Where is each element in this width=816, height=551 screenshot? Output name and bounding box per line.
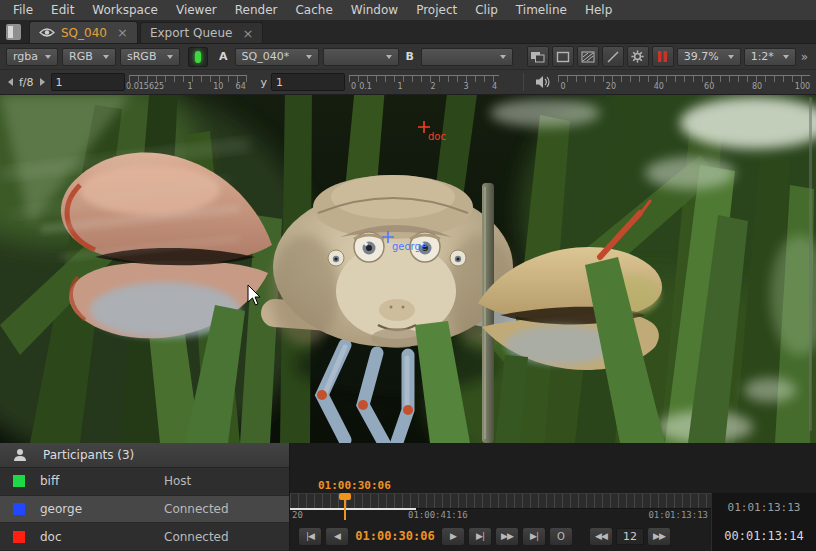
marker-label: george [392, 241, 427, 252]
participants-title: Participants (3) [43, 448, 134, 462]
playback-mode-button[interactable]: O [549, 527, 573, 546]
volume-tick-label: 80 [752, 82, 762, 91]
menu-render[interactable]: Render [226, 1, 287, 19]
play-backward-button[interactable]: ◀ [325, 527, 349, 546]
input-process-icon[interactable] [527, 46, 549, 67]
pause-render-icon[interactable] [652, 46, 674, 67]
go-to-start-button[interactable]: |◀ [298, 527, 322, 546]
participant-name: biff [40, 474, 164, 488]
current-timecode-field[interactable]: 01:00:30:06 [352, 529, 438, 543]
viewer-toolbar: rgba RGB sRGB A SQ_040* B [0, 44, 816, 70]
timeline-panel: 01:00:30:06 20 01:00:41:16 01:01:13:13 0… [290, 443, 816, 551]
viewer-icon-cluster: 39.7% 1:2* » [527, 46, 810, 67]
gain-tick-label: 0.015625 [126, 82, 164, 91]
participant-row[interactable]: doc Connected [0, 523, 289, 551]
menu-clip[interactable]: Clip [466, 1, 507, 19]
playhead-handle[interactable] [339, 493, 351, 500]
input-b-label: B [403, 50, 417, 63]
gamma-slider[interactable]: 0 0.1 1 2 3 4 [349, 72, 499, 92]
participant-status: Connected [164, 530, 229, 544]
ruler-label-right: 01:01:13:13 [648, 510, 708, 520]
zoom-dropdown[interactable]: 39.7% [677, 48, 741, 66]
participants-icon [13, 448, 27, 462]
menu-bar: File Edit Workspace Viewer Render Cache … [0, 0, 816, 20]
input-b-dropdown[interactable] [421, 48, 513, 66]
participant-color-swatch [13, 475, 25, 487]
fps-field[interactable]: 12 [616, 528, 644, 545]
menu-help[interactable]: Help [576, 1, 621, 19]
close-icon[interactable]: × [242, 27, 253, 40]
participant-color-swatch [13, 503, 25, 515]
menu-file[interactable]: File [4, 1, 42, 19]
display-dropdown[interactable]: RGB [62, 48, 116, 66]
menu-window[interactable]: Window [342, 1, 407, 19]
menu-edit[interactable]: Edit [42, 1, 83, 19]
gain-label: f/8 [19, 76, 34, 89]
dropdown-caret-icon [103, 55, 109, 59]
volume-tick-label: 100 [795, 82, 810, 91]
connection-led-button[interactable] [188, 47, 208, 67]
gamma-slider-ticks [349, 75, 499, 82]
participant-row[interactable]: biff Host [0, 468, 289, 496]
gamma-tick-label: 1 [398, 82, 403, 91]
menu-workspace[interactable]: Workspace [83, 1, 167, 19]
gain-step-down-icon[interactable] [8, 78, 13, 86]
participant-row[interactable]: george Connected [0, 496, 289, 524]
volume-slider[interactable]: 0 20 40 60 80 100 [558, 72, 810, 92]
menu-viewer[interactable]: Viewer [167, 1, 226, 19]
timeline-ruler[interactable]: 20 01:00:41:16 01:01:13:13 [290, 493, 711, 521]
toolbar-overflow-button[interactable]: » [799, 50, 810, 64]
menu-timeline[interactable]: Timeline [507, 1, 576, 19]
timeline-ruler-row: 20 01:00:41:16 01:01:13:13 01:01:13:13 [290, 493, 816, 521]
viewer-viewport[interactable]: doc george [0, 95, 816, 443]
gear-icon[interactable] [627, 46, 649, 67]
out-timecode-display: 01:01:13:13 [711, 493, 816, 521]
step-back-button[interactable]: ◀◀ [589, 527, 613, 546]
viewport-scrollbar[interactable] [809, 97, 812, 431]
eye-icon [39, 27, 55, 38]
volume-tick-label: 0 [560, 82, 565, 91]
dropdown-caret-icon [386, 55, 392, 59]
pane-icon[interactable] [6, 24, 21, 40]
menu-cache[interactable]: Cache [286, 1, 341, 19]
participant-name: doc [40, 530, 164, 544]
go-to-end-button[interactable]: ▶| [522, 527, 546, 546]
nuke-studio-window: File Edit Workspace Viewer Render Cache … [0, 0, 816, 551]
compare-mode-icon[interactable] [602, 46, 624, 67]
next-edit-button[interactable]: ▶▶ [495, 527, 519, 546]
gain-input[interactable] [51, 73, 125, 91]
crop-icon[interactable] [552, 46, 574, 67]
next-frame-button[interactable]: ▶| [468, 527, 492, 546]
participant-name: george [40, 502, 164, 516]
pole [482, 183, 494, 443]
gamma-input[interactable] [271, 73, 345, 91]
participants-header: Participants (3) [0, 443, 289, 468]
marker-label: doc [428, 131, 446, 142]
separator [523, 73, 524, 91]
input-a-dropdown[interactable]: SQ_040* [235, 48, 319, 66]
gain-slider[interactable]: 0.015625 1 10 64 [129, 72, 247, 92]
gain-step-up-icon[interactable] [40, 78, 45, 86]
colorspace-dropdown[interactable]: sRGB [120, 48, 180, 66]
wipe-icon[interactable] [577, 46, 599, 67]
menu-project[interactable]: Project [407, 1, 466, 19]
speaker-icon[interactable] [535, 75, 552, 89]
tab-label: Export Queue [150, 26, 233, 40]
blend-mode-dropdown[interactable] [323, 48, 399, 66]
led-indicator [195, 51, 201, 63]
close-icon[interactable]: × [117, 26, 128, 39]
gamma-tick-label: 3 [464, 82, 469, 91]
step-forward-button[interactable]: ▶▶ [647, 527, 671, 546]
viewer-canvas[interactable]: doc george [0, 95, 816, 443]
transport-controls: |◀ ◀ 01:00:30:06 ▶ ▶| ▶▶ ▶| O ◀◀ 12 ▶▶ 0… [290, 521, 816, 551]
channels-dropdown[interactable]: rgba [6, 48, 58, 66]
tab-export-queue[interactable]: Export Queue × [140, 22, 263, 43]
dropdown-caret-icon [500, 55, 506, 59]
play-button[interactable]: ▶ [441, 527, 465, 546]
dropdown-caret-icon [306, 55, 312, 59]
dropdown-caret-icon [728, 55, 734, 59]
ruler-ticks[interactable] [290, 493, 711, 509]
volume-slider-ticks [558, 75, 810, 82]
proxy-dropdown[interactable]: 1:2* [744, 48, 796, 66]
tab-viewer-sq040[interactable]: SQ_040 × [29, 21, 138, 43]
